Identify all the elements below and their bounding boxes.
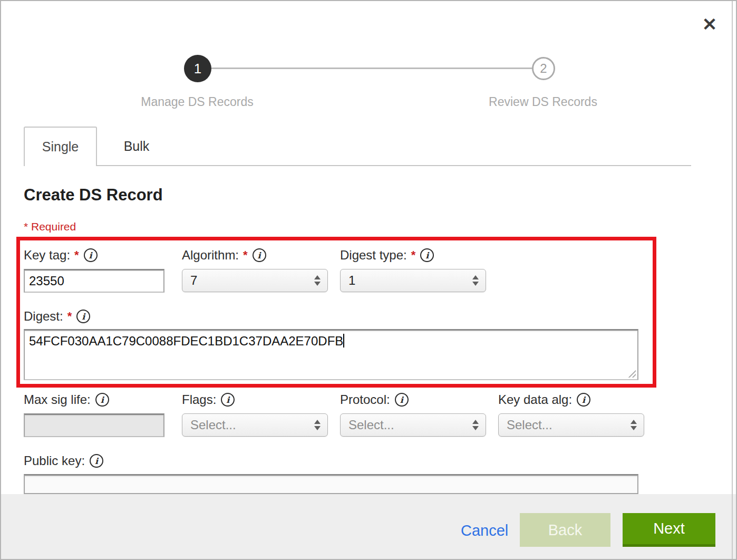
info-icon[interactable]: i bbox=[253, 248, 266, 262]
create-ds-record-dialog: ✕ 1 2 Manage DS Records Review DS Record… bbox=[0, 0, 737, 560]
resize-handle[interactable] bbox=[628, 370, 636, 378]
info-icon[interactable]: i bbox=[84, 248, 98, 262]
digest-value: 54FCF030AA1C79C0088FDEC1BD1C37DAA2E70DFB bbox=[29, 334, 343, 348]
required-asterisk: * bbox=[411, 248, 416, 262]
flags-select[interactable]: Select... bbox=[182, 413, 328, 437]
required-asterisk: * bbox=[67, 310, 72, 323]
select-spinner-icon bbox=[631, 420, 637, 430]
key-data-alg-label: Key data alg: bbox=[498, 392, 572, 407]
select-spinner-icon bbox=[314, 275, 321, 286]
field-flags: Flags: i Select... bbox=[182, 391, 328, 437]
key-tag-label: Key tag: bbox=[24, 248, 70, 263]
required-note: * Required bbox=[24, 220, 76, 233]
required-asterisk: * bbox=[243, 248, 248, 262]
flags-placeholder: Select... bbox=[190, 418, 236, 432]
algorithm-select[interactable]: 7 bbox=[182, 269, 328, 292]
flags-label: Flags: bbox=[182, 392, 216, 407]
max-sig-life-input bbox=[24, 413, 164, 437]
info-icon[interactable]: i bbox=[76, 310, 90, 323]
algorithm-label: Algorithm: bbox=[182, 248, 239, 263]
digest-type-select[interactable]: 1 bbox=[340, 269, 486, 292]
field-key-data-alg: Key data alg: i Select... bbox=[498, 391, 644, 437]
text-cursor bbox=[343, 334, 344, 347]
digest-type-label: Digest type: bbox=[340, 248, 407, 263]
tab-bar-underline bbox=[97, 165, 691, 166]
tab-bulk[interactable]: Bulk bbox=[97, 127, 176, 166]
field-public-key: Public key: i bbox=[24, 452, 638, 494]
algorithm-selected-value: 7 bbox=[190, 273, 197, 288]
stepper-connector-line bbox=[211, 67, 532, 69]
field-protocol: Protocol: i Select... bbox=[340, 391, 486, 437]
next-button[interactable]: Next bbox=[623, 513, 715, 547]
select-spinner-icon bbox=[314, 420, 321, 430]
stepper-step-1-circle: 1 bbox=[184, 55, 211, 82]
cancel-button[interactable]: Cancel bbox=[461, 522, 508, 539]
key-data-alg-placeholder: Select... bbox=[507, 418, 552, 432]
protocol-select[interactable]: Select... bbox=[340, 413, 486, 437]
back-button: Back bbox=[520, 513, 610, 547]
select-spinner-icon bbox=[472, 420, 479, 430]
page-title: Create DS Record bbox=[24, 186, 163, 205]
field-key-tag: Key tag: * i bbox=[24, 247, 164, 293]
info-icon[interactable]: i bbox=[395, 393, 409, 407]
info-icon[interactable]: i bbox=[90, 454, 103, 468]
tab-single[interactable]: Single bbox=[24, 127, 97, 166]
field-max-sig-life: Max sig life: i bbox=[24, 391, 164, 437]
digest-label: Digest: bbox=[24, 309, 63, 324]
select-spinner-icon bbox=[472, 275, 479, 286]
stepper-step-1-label: Manage DS Records bbox=[118, 95, 276, 109]
digest-type-selected-value: 1 bbox=[348, 273, 355, 288]
public-key-label: Public key: bbox=[24, 453, 85, 468]
max-sig-life-label: Max sig life: bbox=[24, 392, 91, 407]
required-asterisk: * bbox=[74, 248, 79, 262]
scrollbar-track[interactable] bbox=[732, 1, 733, 559]
close-icon[interactable]: ✕ bbox=[698, 13, 721, 36]
key-tag-input[interactable] bbox=[24, 269, 164, 293]
field-algorithm: Algorithm: * i 7 bbox=[182, 247, 328, 292]
public-key-textarea[interactable] bbox=[24, 474, 638, 494]
field-digest-type: Digest type: * i 1 bbox=[340, 247, 486, 292]
info-icon[interactable]: i bbox=[577, 393, 590, 407]
stepper-step-2-label: Review DS Records bbox=[464, 95, 622, 109]
field-digest: Digest: * i 54FCF030AA1C79C0088FDEC1BD1C… bbox=[24, 308, 638, 380]
info-icon[interactable]: i bbox=[95, 393, 109, 407]
info-icon[interactable]: i bbox=[420, 248, 434, 262]
key-data-alg-select[interactable]: Select... bbox=[498, 413, 644, 437]
info-icon[interactable]: i bbox=[221, 393, 235, 407]
protocol-label: Protocol: bbox=[340, 392, 390, 407]
digest-textarea[interactable]: 54FCF030AA1C79C0088FDEC1BD1C37DAA2E70DFB bbox=[24, 329, 638, 380]
stepper-step-2-circle: 2 bbox=[532, 57, 555, 80]
protocol-placeholder: Select... bbox=[348, 418, 394, 432]
